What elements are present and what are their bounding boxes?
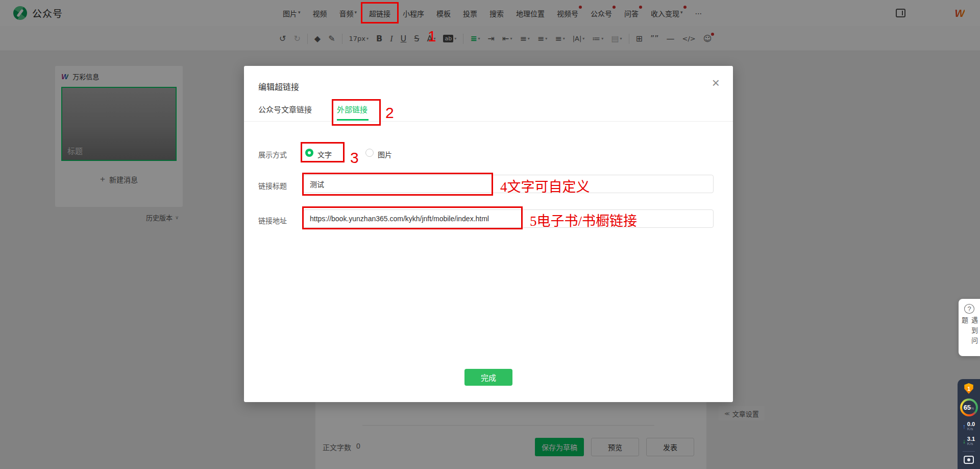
annotation-step3: 3 <box>350 150 359 166</box>
radio-image-label[interactable]: 图片 <box>378 149 392 159</box>
usage-gauge-value: 65% <box>962 401 976 414</box>
download-speed: ↓ 3.1 K/s <box>963 436 975 446</box>
display-mode-label: 展示方式 <box>258 149 287 159</box>
upload-speed-unit: K/s <box>967 427 975 431</box>
help-widget-label: 遇到问题 <box>960 317 979 356</box>
link-title-input[interactable] <box>303 175 714 193</box>
help-widget[interactable]: ? 遇到问题 <box>959 299 980 356</box>
tabs-divider <box>244 121 733 122</box>
arrow-up-icon: ↑ <box>963 423 966 430</box>
screenshot-camera-icon[interactable] <box>964 456 974 464</box>
shield-badge-count: 1 <box>967 386 970 392</box>
system-monitor-widget[interactable]: 1 65% ↑ 0.0 K/s ↓ 3.1 K/s <box>958 379 980 469</box>
active-tab-underline <box>337 119 369 121</box>
arrow-down-icon: ↓ <box>963 438 966 445</box>
question-icon: ? <box>964 304 974 314</box>
radio-text-label[interactable]: 文字 <box>317 149 332 159</box>
monitor-divider <box>963 451 975 452</box>
tab-official-article-link[interactable]: 公众号文章链接 <box>258 104 312 114</box>
link-url-input[interactable] <box>303 209 714 228</box>
dialog-title: 编辑超链接 <box>258 80 299 92</box>
close-icon[interactable]: × <box>712 76 720 89</box>
download-speed-unit: K/s <box>967 442 975 446</box>
tab-external-link[interactable]: 外部链接 <box>337 104 368 114</box>
done-button[interactable]: 完成 <box>464 369 512 386</box>
annotation-step2: 2 <box>385 105 394 121</box>
security-shield-icon: 1 <box>964 383 974 394</box>
link-title-label: 链接标题 <box>258 180 287 191</box>
radio-image[interactable] <box>365 149 374 157</box>
radio-text-selected[interactable] <box>305 149 313 157</box>
edit-hyperlink-dialog: 编辑超链接 × 公众号文章链接 外部链接 展示方式 文字 图片 链接标题 链接地… <box>244 66 733 402</box>
usage-gauge: 65% <box>960 398 978 416</box>
upload-speed: ↑ 0.0 K/s <box>963 421 975 431</box>
link-url-label: 链接地址 <box>258 215 287 225</box>
